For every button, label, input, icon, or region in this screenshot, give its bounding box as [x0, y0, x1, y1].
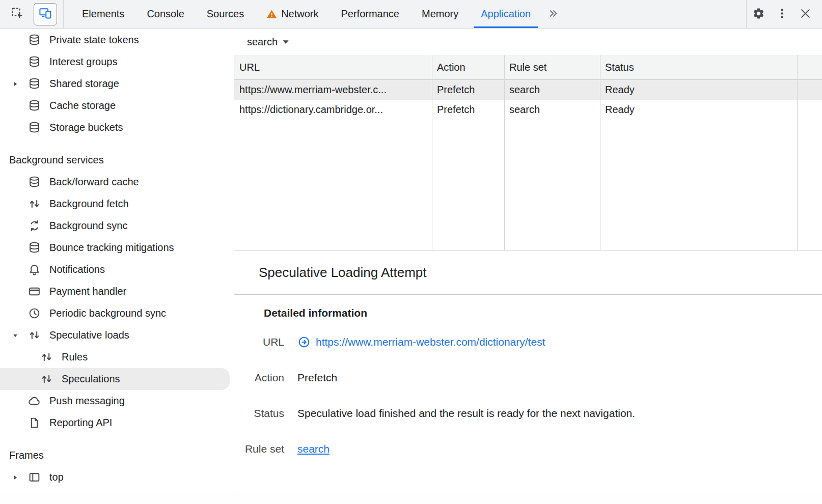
- database-icon: [28, 121, 41, 134]
- kebab-menu-icon: [776, 7, 788, 21]
- tab-memory[interactable]: Memory: [410, 0, 470, 28]
- frames-header: Frames: [0, 444, 234, 466]
- tab-elements[interactable]: Elements: [71, 0, 135, 28]
- attempt-url-link[interactable]: https://www.merriam-webster.com/dictiona…: [316, 336, 545, 348]
- table-row[interactable]: https://www.merriam-webster.c... Prefetc…: [234, 80, 822, 100]
- action-value: Prefetch: [297, 372, 337, 384]
- sidebar-item-label: Interest groups: [49, 56, 117, 68]
- table-row[interactable]: https://dictionary.cambridge.or... Prefe…: [234, 100, 822, 120]
- more-options-button[interactable]: [771, 4, 792, 25]
- up-down-arrows-icon: [40, 351, 53, 363]
- sidebar-item-label: Cache storage: [49, 100, 116, 111]
- sidebar-item-notifications[interactable]: Notifications: [0, 259, 234, 281]
- more-tabs-icon: [548, 8, 559, 20]
- sidebar-item-push-messaging[interactable]: Push messaging: [0, 390, 234, 412]
- collapse-arrow-icon[interactable]: [9, 332, 21, 339]
- tab-label: Network: [281, 8, 318, 20]
- sidebar-item-bounce-tracking-mitigations[interactable]: Bounce tracking mitigations: [0, 237, 234, 259]
- rule-set-label: Rule set: [234, 443, 284, 455]
- tab-label: Application: [481, 8, 531, 20]
- sidebar-item-speculations[interactable]: Speculations: [0, 368, 230, 390]
- column-header-status[interactable]: Status: [600, 62, 797, 73]
- inspect-icon: [11, 7, 24, 21]
- dropdown-caret-icon: [282, 40, 289, 44]
- reveal-url-icon[interactable]: [297, 335, 311, 349]
- tab-performance[interactable]: Performance: [330, 0, 411, 28]
- sidebar-item-label: Back/forward cache: [49, 176, 139, 188]
- sidebar-item-label: Reporting API: [49, 417, 112, 429]
- status-label: Status: [234, 407, 284, 419]
- attempt-details: Detailed information URL https://www.mer…: [234, 295, 822, 490]
- sidebar-item-label: Periodic background sync: [49, 307, 166, 319]
- sidebar-item-background-sync[interactable]: Background sync: [0, 215, 234, 237]
- sidebar-item-speculative-loads[interactable]: Speculative loads: [0, 324, 234, 346]
- column-header-rule-set[interactable]: Rule set: [504, 62, 600, 73]
- devtools-window: Elements Console Sources Network Perform…: [0, 0, 822, 504]
- cell-rule-set: search: [504, 104, 600, 116]
- tab-network[interactable]: Network: [255, 0, 330, 28]
- sidebar-item-reporting-api[interactable]: Reporting API: [0, 412, 234, 434]
- tab-label: Elements: [82, 8, 124, 20]
- tab-sources[interactable]: Sources: [196, 0, 255, 28]
- frame-icon: [28, 471, 41, 484]
- expand-arrow-icon[interactable]: [9, 474, 21, 481]
- sidebar-item-label: Push messaging: [49, 395, 125, 407]
- sidebar-item-payment-handler[interactable]: Payment handler: [0, 281, 234, 302]
- device-toolbar-icon: [39, 7, 52, 21]
- speculations-toolbar: search: [234, 29, 822, 55]
- more-tabs-button[interactable]: [542, 0, 564, 28]
- attempt-section-title: Speculative Loading Attempt: [234, 250, 822, 295]
- cell-rule-set: search: [504, 84, 600, 96]
- ruleset-filter-dropdown[interactable]: search: [247, 36, 289, 48]
- sidebar-item-private-state-tokens[interactable]: Private state tokens: [0, 29, 234, 51]
- sidebar-item-periodic-background-sync[interactable]: Periodic background sync: [0, 302, 234, 324]
- rule-set-link[interactable]: search: [297, 443, 330, 455]
- page-title: Speculative Loading Attempt: [259, 265, 427, 281]
- sidebar-item-storage-buckets[interactable]: Storage buckets: [0, 117, 234, 138]
- sidebar-item-label: Rules: [62, 351, 88, 363]
- cloud-icon: [28, 395, 41, 407]
- sidebar-item-label: top: [49, 471, 64, 483]
- payment-card-icon: [28, 285, 41, 298]
- tab-console[interactable]: Console: [135, 0, 195, 28]
- sidebar-item-top-frame[interactable]: top: [0, 466, 234, 488]
- column-header-url[interactable]: URL: [234, 62, 432, 73]
- cell-url: https://www.merriam-webster.c...: [234, 84, 432, 96]
- expand-arrow-icon[interactable]: [9, 80, 21, 88]
- tab-label: Sources: [207, 8, 244, 20]
- tab-label: Memory: [422, 8, 458, 20]
- document-icon: [28, 416, 41, 429]
- sidebar-item-cache-storage[interactable]: Cache storage: [0, 95, 234, 117]
- detail-row-rule-set: Rule set search: [234, 431, 822, 467]
- table-header-row: URL Action Rule set Status: [234, 55, 822, 80]
- status-value: Speculative load finished and the result…: [297, 407, 635, 419]
- application-panel-sidebar: Private state tokens Interest groups Sha…: [0, 29, 234, 490]
- detail-row-action: Action Prefetch: [234, 360, 822, 396]
- sidebar-item-interest-groups[interactable]: Interest groups: [0, 51, 234, 73]
- close-devtools-button[interactable]: [794, 4, 816, 25]
- bottom-edge: [0, 490, 822, 504]
- sidebar-item-label: Speculative loads: [49, 329, 129, 341]
- sidebar-item-label: Private state tokens: [49, 34, 139, 46]
- settings-button[interactable]: [748, 4, 769, 25]
- database-icon: [28, 99, 41, 112]
- column-divider: [600, 55, 600, 250]
- sidebar-item-rules[interactable]: Rules: [0, 346, 234, 368]
- tab-application[interactable]: Application: [470, 0, 542, 28]
- close-icon: [799, 7, 812, 21]
- speculations-table: URL Action Rule set Status https://www.m…: [234, 55, 822, 250]
- column-header-action[interactable]: Action: [432, 62, 504, 73]
- panel-tabs: Elements Console Sources Network Perform…: [71, 0, 564, 28]
- inspect-element-button[interactable]: [6, 4, 29, 25]
- cell-action: Prefetch: [432, 104, 504, 116]
- cell-url: https://dictionary.cambridge.or...: [234, 104, 432, 116]
- sidebar-item-background-fetch[interactable]: Background fetch: [0, 193, 234, 215]
- detail-row-url: URL https://www.merriam-webster.com/dict…: [234, 324, 822, 360]
- sidebar-item-back-forward-cache[interactable]: Back/forward cache: [0, 171, 234, 193]
- clock-icon: [28, 307, 41, 320]
- database-icon: [28, 55, 41, 68]
- sidebar-item-label: Background fetch: [49, 198, 129, 210]
- column-divider: [432, 55, 432, 250]
- device-toolbar-toggle[interactable]: [34, 3, 57, 25]
- sidebar-item-shared-storage[interactable]: Shared storage: [0, 73, 234, 95]
